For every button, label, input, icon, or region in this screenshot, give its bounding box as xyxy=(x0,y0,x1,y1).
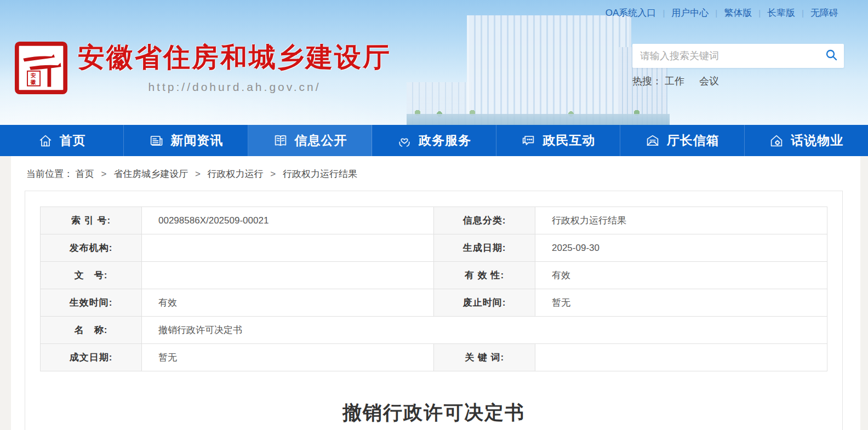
meta-label-category: 信息分类: xyxy=(434,207,535,234)
search-bar xyxy=(632,44,844,68)
building-base xyxy=(407,114,670,125)
meta-value-effective-time: 有效 xyxy=(142,289,434,317)
meta-value-index-no: 00298586X/202509-00021 xyxy=(142,207,434,234)
nav-item-gov-services[interactable]: 政务服务 xyxy=(372,125,496,156)
nav-item-info-disclosure[interactable]: 信息公开 xyxy=(248,125,372,156)
mailbox-icon xyxy=(645,133,660,148)
top-utility-links: OA系统入口|用户中心|繁体版|长辈版|无障碍 xyxy=(600,7,844,19)
link-separator: | xyxy=(715,8,717,18)
hot-search: 热搜： 工作 会议 xyxy=(632,74,844,88)
breadcrumb-separator: > xyxy=(270,169,276,179)
elder-version-link[interactable]: 长辈版 xyxy=(767,8,795,18)
meta-value-repeal-time: 暂无 xyxy=(535,289,827,317)
breadcrumb-label: 当前位置： xyxy=(26,169,73,179)
chat-bubble-icon xyxy=(521,133,536,148)
nav-item-label: 新闻资讯 xyxy=(170,132,223,149)
meta-label-written-date: 成文日期: xyxy=(41,344,142,371)
site-title: 安徽省住房和城乡建设厅 xyxy=(78,39,391,76)
meta-label-issuer: 发布机构: xyxy=(41,234,142,262)
breadcrumb-separator: > xyxy=(195,169,201,179)
nav-item-label: 话说物业 xyxy=(791,132,843,149)
meta-label-keywords: 关 键 词: xyxy=(434,344,535,371)
link-separator: | xyxy=(802,8,804,18)
breadcrumb-item-home[interactable]: 首页 xyxy=(76,169,94,179)
meta-value-name: 撤销行政许可决定书 xyxy=(142,317,827,344)
hot-search-label: 热搜： xyxy=(632,76,662,87)
site-title-block: 安徽省住房和城乡建设厅 http://dohurd.ah.gov.cn/ xyxy=(78,39,391,94)
page: OA系统入口|用户中心|繁体版|长辈版|无障碍 安 徽 安徽省住房和城乡建设厅 … xyxy=(0,0,868,430)
seal-logo-icon: 安 徽 xyxy=(15,87,67,96)
nav-item-label: 政民互动 xyxy=(542,132,595,149)
search-icon xyxy=(825,48,838,64)
home-icon xyxy=(38,133,53,148)
hot-search-term[interactable]: 会议 xyxy=(699,76,719,87)
meta-value-category: 行政权力运行结果 xyxy=(535,207,827,234)
nav-item-label: 厅长信箱 xyxy=(667,132,719,149)
meta-label-generated-date: 生成日期: xyxy=(434,234,535,262)
nav-item-director-mailbox[interactable]: 厅长信箱 xyxy=(620,125,744,156)
breadcrumb-separator: > xyxy=(101,169,106,179)
site-header: OA系统入口|用户中心|繁体版|长辈版|无障碍 安 徽 安徽省住房和城乡建设厅 … xyxy=(0,0,868,125)
meta-value-issuer xyxy=(142,234,434,262)
link-separator: | xyxy=(758,8,761,18)
meta-label-effective-time: 生效时间: xyxy=(41,289,142,317)
nav-item-label: 信息公开 xyxy=(295,132,347,149)
accessibility-link[interactable]: 无障碍 xyxy=(810,8,838,18)
document-meta-table: 索 引 号: 00298586X/202509-00021 信息分类: 行政权力… xyxy=(40,207,827,371)
site-logo-link[interactable]: 安 徽 xyxy=(15,42,67,94)
site-url: http://dohurd.ah.gov.cn/ xyxy=(78,81,391,94)
meta-label-index-no: 索 引 号: xyxy=(41,207,142,234)
nav-item-label: 政务服务 xyxy=(419,132,471,149)
nav-item-label: 首页 xyxy=(60,132,86,149)
meta-label-name: 名 称: xyxy=(41,317,142,344)
service-hands-icon xyxy=(397,133,412,148)
nav-item-home[interactable]: 首页 xyxy=(0,125,124,156)
breadcrumb-item-department[interactable]: 省住房城乡建设厅 xyxy=(113,169,188,179)
meta-label-repeal-time: 废止时间: xyxy=(434,289,535,317)
open-book-icon xyxy=(273,133,288,148)
meta-value-generated-date: 2025-09-30 xyxy=(535,234,827,262)
nav-item-property-talk[interactable]: 话说物业 xyxy=(745,125,868,156)
breadcrumb: 当前位置： 首页 > 省住房城乡建设厅 > 行政权力运行 > 行政权力运行结果 xyxy=(26,168,357,180)
traditional-chinese-link[interactable]: 繁体版 xyxy=(724,8,752,18)
detail-panel: 索 引 号: 00298586X/202509-00021 信息分类: 行政权力… xyxy=(25,191,843,430)
property-house-icon xyxy=(769,133,784,148)
svg-text:徽: 徽 xyxy=(30,79,36,85)
oa-entry-link[interactable]: OA系统入口 xyxy=(606,8,656,18)
main-nav: 首页 新闻资讯 信息公开 政务服务 政民互动 xyxy=(0,125,868,156)
breadcrumb-item-power-operation[interactable]: 行政权力运行 xyxy=(208,169,264,179)
search-input[interactable] xyxy=(632,50,819,62)
meta-label-validity: 有 效 性: xyxy=(434,262,535,289)
svg-text:安: 安 xyxy=(31,72,36,78)
meta-label-doc-number: 文 号: xyxy=(41,262,142,289)
nav-item-news[interactable]: 新闻资讯 xyxy=(124,125,248,156)
document-title: 撤销行政许可决定书 xyxy=(25,400,842,426)
meta-value-written-date: 暂无 xyxy=(142,344,434,371)
news-icon xyxy=(149,133,164,148)
breadcrumb-item-power-results[interactable]: 行政权力运行结果 xyxy=(283,169,357,179)
meta-value-doc-number xyxy=(142,262,434,289)
link-separator: | xyxy=(663,8,665,18)
meta-value-keywords xyxy=(535,344,827,371)
search-button[interactable] xyxy=(819,44,844,68)
hot-search-term[interactable]: 工作 xyxy=(665,76,684,87)
nav-item-public-interaction[interactable]: 政民互动 xyxy=(496,125,620,156)
user-center-link[interactable]: 用户中心 xyxy=(671,8,709,18)
meta-value-validity: 有效 xyxy=(535,262,827,289)
